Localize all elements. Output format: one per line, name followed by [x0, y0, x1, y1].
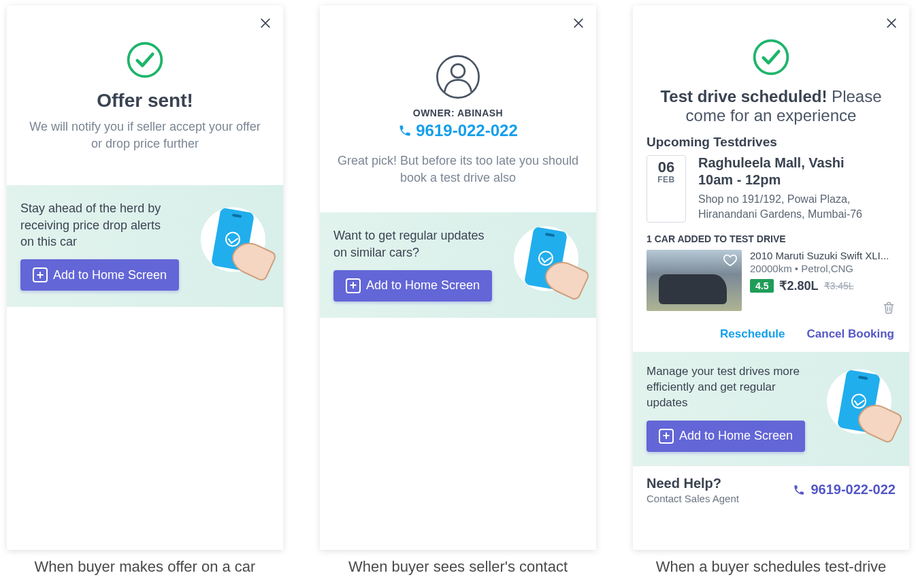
- testdrive-address: Shop no 191/192, Powai Plaza, Hiranandan…: [698, 192, 896, 223]
- help-phone-number: 9619-022-022: [811, 482, 896, 497]
- owner-phone-number: 9619-022-022: [416, 121, 517, 140]
- plus-icon: +: [659, 429, 674, 444]
- cancel-booking-link[interactable]: Cancel Booking: [807, 327, 894, 341]
- add-home-banner: Want to get regular updates on similar c…: [320, 212, 596, 318]
- offer-title: Offer sent!: [7, 90, 283, 112]
- car-price: ₹2.80L: [779, 278, 818, 293]
- svg-point-2: [451, 64, 465, 78]
- car-title: 2010 Maruti Suzuki Swift XLI...: [750, 250, 893, 261]
- phone-hand-illustration: [201, 207, 279, 285]
- need-help-title: Need Help?: [647, 476, 739, 491]
- plus-icon: +: [346, 278, 361, 293]
- success-check-icon: [633, 37, 909, 78]
- testdrive-row: 06 FEB Raghuleela Mall, Vashi 10am - 12p…: [633, 155, 909, 229]
- cta-label: Add to Home Screen: [366, 278, 480, 293]
- booking-actions: Reschedule Cancel Booking: [633, 316, 909, 352]
- add-to-home-button[interactable]: + Add to Home Screen: [647, 421, 805, 452]
- offer-sent-card: Offer sent! We will notify you if seller…: [7, 5, 283, 550]
- car-thumbnail[interactable]: [647, 250, 742, 311]
- banner-text: Manage your test drives more efficiently…: [647, 364, 810, 411]
- car-list-item: 2010 Maruti Suzuki Swift XLI... 20000km …: [633, 250, 909, 316]
- need-help-sub: Contact Sales Agent: [647, 493, 739, 504]
- rating-badge: 4.5: [750, 279, 774, 293]
- svg-point-0: [129, 44, 162, 77]
- close-icon[interactable]: [883, 15, 900, 31]
- phone-icon: [793, 484, 805, 496]
- banner-text: Stay ahead of the herd by receiving pric…: [20, 200, 177, 250]
- owner-phone-link[interactable]: 9619-022-022: [320, 121, 596, 140]
- add-home-banner: Manage your test drives more efficiently…: [633, 352, 909, 466]
- testdrive-scheduled-card: Test drive scheduled! Please come for an…: [633, 5, 909, 550]
- testdrive-title: Test drive scheduled! Please come for an…: [633, 87, 909, 125]
- card-caption: When a buyer schedules test-drive: [656, 558, 887, 576]
- reschedule-link[interactable]: Reschedule: [720, 327, 785, 341]
- phone-icon: [398, 124, 412, 137]
- add-to-home-button[interactable]: + Add to Home Screen: [333, 270, 492, 301]
- testdrive-date: 06 FEB: [647, 155, 686, 223]
- card-caption: When buyer makes offer on a car: [35, 558, 256, 576]
- contact-subtitle: Great pick! But before its too late you …: [320, 152, 596, 186]
- add-home-banner: Stay ahead of the herd by receiving pric…: [7, 185, 283, 307]
- cta-label: Add to Home Screen: [53, 268, 167, 282]
- car-old-price: ₹3.45L: [824, 280, 854, 291]
- offer-subtitle: We will notify you if seller accept your…: [7, 118, 283, 152]
- card-caption: When buyer sees seller's contact: [348, 558, 568, 576]
- success-check-icon: [7, 39, 283, 80]
- owner-avatar-icon: [320, 53, 596, 101]
- help-phone-link[interactable]: 9619-022-022: [793, 482, 896, 497]
- trash-icon[interactable]: [882, 300, 896, 315]
- car-added-label: 1 CAR ADDED TO TEST DRIVE: [633, 229, 909, 250]
- add-to-home-button[interactable]: + Add to Home Screen: [20, 259, 179, 291]
- testdrive-location: Raghuleela Mall, Vashi: [698, 155, 896, 171]
- cta-label: Add to Home Screen: [679, 429, 793, 443]
- plus-icon: +: [33, 267, 48, 282]
- svg-point-3: [755, 41, 788, 74]
- owner-label: OWNER: ABINASH: [320, 108, 596, 118]
- close-icon[interactable]: [257, 15, 274, 31]
- upcoming-testdrives-label: Upcoming Testdrives: [633, 125, 909, 155]
- car-sub: 20000km • Petrol,CNG: [750, 263, 896, 274]
- need-help-row: Need Help? Contact Sales Agent 9619-022-…: [633, 466, 909, 515]
- seller-contact-card: OWNER: ABINASH 9619-022-022 Great pick! …: [320, 5, 596, 550]
- phone-hand-illustration: [827, 370, 905, 448]
- phone-hand-illustration: [514, 226, 592, 304]
- testdrive-time: 10am - 12pm: [698, 172, 896, 188]
- close-icon[interactable]: [570, 15, 587, 31]
- banner-text: Want to get regular updates on similar c…: [333, 227, 490, 261]
- heart-icon[interactable]: [723, 252, 738, 267]
